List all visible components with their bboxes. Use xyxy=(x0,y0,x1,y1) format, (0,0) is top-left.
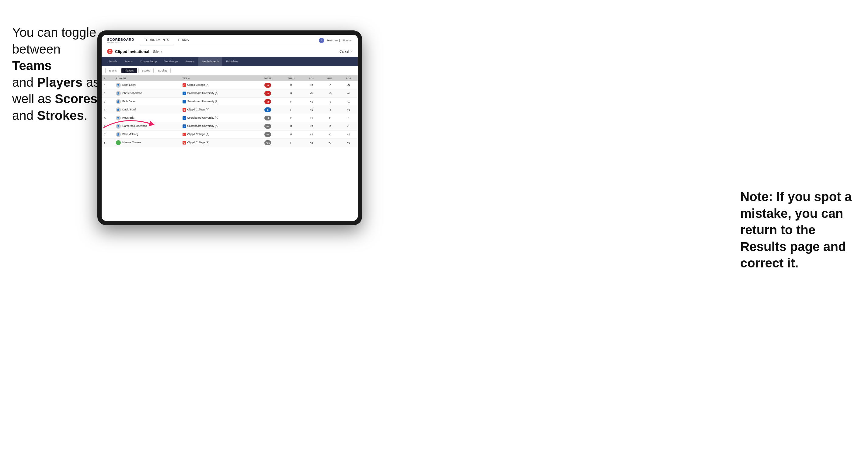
cell-total: -4 xyxy=(255,89,280,98)
sign-out-link[interactable]: Sign out xyxy=(342,39,352,42)
nav-tournaments[interactable]: TOURNAMENTS xyxy=(140,35,174,46)
cell-rank: 6 xyxy=(102,122,114,130)
cell-rank: 8 xyxy=(102,139,114,147)
cell-rd3: -1 xyxy=(339,98,358,106)
cell-total: E xyxy=(255,106,280,114)
nav-teams[interactable]: TEAMS xyxy=(174,35,193,46)
cell-rd3: -5 xyxy=(339,81,358,89)
logo-area: SCOREBOARD Powered by clippd xyxy=(107,38,134,43)
players-table: # PLAYER TEAM TOTAL THRU RD1 RD2 RD3 1👤E… xyxy=(102,75,358,147)
score-badge: +6 xyxy=(265,124,271,129)
cell-rd1: +2 xyxy=(302,130,321,139)
tournament-logo: C xyxy=(107,49,113,54)
cell-rank: 2 xyxy=(102,89,114,98)
tab-teams[interactable]: Teams xyxy=(121,57,136,66)
cell-rank: 5 xyxy=(102,114,114,122)
player-name: David Ford xyxy=(122,108,136,111)
team-name: Scoreboard University [A] xyxy=(187,124,218,127)
user-avatar: T xyxy=(319,38,324,43)
tablet-screen: SCOREBOARD Powered by clippd TOURNAMENTS… xyxy=(102,35,358,221)
cell-rd3: +2 xyxy=(339,139,358,147)
table-row: 7👤Blair McHargCClippd College [A]+8F+2+1… xyxy=(102,130,358,139)
score-badge: -8 xyxy=(265,83,271,88)
cell-player: 👤Cameron Robertson xyxy=(114,122,180,130)
player-avatar: 👤 xyxy=(116,83,121,88)
cell-rank: 1 xyxy=(102,81,114,89)
cell-rd2: E xyxy=(321,114,339,122)
cell-rd1: +1 xyxy=(302,98,321,106)
cell-player: 👤Chris Robertson xyxy=(114,89,180,98)
cell-rd2: -2 xyxy=(321,98,339,106)
tablet-device: SCOREBOARD Powered by clippd TOURNAMENTS… xyxy=(97,30,362,225)
tournament-name: Clippd Invitational xyxy=(115,49,149,54)
col-total: TOTAL xyxy=(255,75,280,81)
table-row: 3👤Rich Butler▪Scoreboard University [A]-… xyxy=(102,98,358,106)
player-avatar xyxy=(116,140,121,145)
team-logo: C xyxy=(183,108,186,112)
player-avatar: 👤 xyxy=(116,99,121,104)
tab-details[interactable]: Details xyxy=(105,57,121,66)
tab-tee-groups[interactable]: Tee Groups xyxy=(160,57,182,66)
cell-rd2: +7 xyxy=(321,139,339,147)
cell-team: ▪Scoreboard University [A] xyxy=(180,89,255,98)
cell-team: CClippd College [A] xyxy=(180,106,255,114)
table-row: 8Marcus TurnersCClippd College [A]+11F+2… xyxy=(102,139,358,147)
tab-results[interactable]: Results xyxy=(182,57,198,66)
leaderboard-table: # PLAYER TEAM TOTAL THRU RD1 RD2 RD3 1👤E… xyxy=(102,75,358,221)
col-rank: # xyxy=(102,75,114,81)
toggle-area: Teams Players Scores Strokes xyxy=(102,66,358,75)
tournament-title-area: C Clippd Invitational (Men) xyxy=(107,49,161,54)
cancel-button[interactable]: Cancel ✕ xyxy=(340,50,352,53)
tab-printables[interactable]: Printables xyxy=(222,57,242,66)
cell-team: CClippd College [A] xyxy=(180,130,255,139)
table-row: 5👤Rees Britt▪Scoreboard University [A]+1… xyxy=(102,114,358,122)
nav-right: T Test User | Sign out xyxy=(319,38,352,43)
player-avatar: 👤 xyxy=(116,91,121,96)
toggle-strokes[interactable]: Strokes xyxy=(155,68,171,73)
cell-rd1: +3 xyxy=(302,81,321,89)
score-badge: -4 xyxy=(265,91,271,96)
user-label: Test User | xyxy=(327,39,340,42)
team-logo: ▪ xyxy=(183,116,186,120)
table-row: 2👤Chris Robertson▪Scoreboard University … xyxy=(102,89,358,98)
player-name: Cameron Robertson xyxy=(122,124,147,127)
team-logo: ▪ xyxy=(183,124,186,128)
cell-thru: F xyxy=(280,114,302,122)
score-badge: +8 xyxy=(265,132,271,137)
player-avatar: 👤 xyxy=(116,116,121,121)
cell-rd3: +6 xyxy=(339,130,358,139)
player-name: Marcus Turners xyxy=(122,141,142,144)
col-rd3: RD3 xyxy=(339,75,358,81)
team-name: Clippd College [A] xyxy=(187,108,209,111)
table-row: 1👤Elliot EbertCClippd College [A]-8F+3-6… xyxy=(102,81,358,89)
left-annotation: You can toggle between Teams and Players… xyxy=(12,24,100,124)
cell-player: 👤David Ford xyxy=(114,106,180,114)
table-row: 6👤Cameron Robertson▪Scoreboard Universit… xyxy=(102,122,358,130)
toggle-teams[interactable]: Teams xyxy=(105,68,120,73)
cell-team: ▪Scoreboard University [A] xyxy=(180,114,255,122)
cell-rd1: +5 xyxy=(302,122,321,130)
cell-rd3: -4 xyxy=(339,89,358,98)
tab-leaderboards[interactable]: Leaderboards xyxy=(198,57,223,66)
cell-rd1: +1 xyxy=(302,114,321,122)
cell-player: 👤Blair McHarg xyxy=(114,130,180,139)
cell-team: ▪Scoreboard University [A] xyxy=(180,122,255,130)
cell-rd3: E xyxy=(339,114,358,122)
toggle-players[interactable]: Players xyxy=(121,68,137,73)
logo-text: SCOREBOARD xyxy=(107,38,134,41)
cell-rd3: -1 xyxy=(339,122,358,130)
tab-course-setup[interactable]: Course Setup xyxy=(136,57,160,66)
player-name: Rich Butler xyxy=(122,100,136,103)
sub-nav: Details Teams Course Setup Tee Groups Re… xyxy=(102,57,358,66)
team-name: Scoreboard University [A] xyxy=(187,100,218,103)
toggle-scores[interactable]: Scores xyxy=(138,68,154,73)
cell-total: -8 xyxy=(255,81,280,89)
cell-player: 👤Rich Butler xyxy=(114,98,180,106)
cell-thru: F xyxy=(280,139,302,147)
cell-rank: 3 xyxy=(102,98,114,106)
player-name: Elliot Ebert xyxy=(122,83,136,86)
team-logo: ▪ xyxy=(183,92,186,95)
player-name: Blair McHarg xyxy=(122,133,138,136)
player-avatar: 👤 xyxy=(116,132,121,137)
team-name: Clippd College [A] xyxy=(187,83,209,86)
